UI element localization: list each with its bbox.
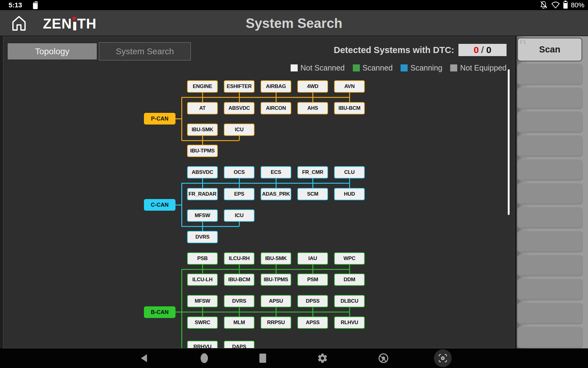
bus-line [239,136,240,140]
bus-line [312,312,313,316]
topology-node-ddm[interactable]: DDM [334,274,365,286]
topology-node-clu[interactable]: CLU [334,166,365,178]
sidebar-empty-button [517,111,583,133]
app-header: ZEN TH System Search [0,10,588,36]
topology-node-absvdc[interactable]: ABSVDC [224,102,254,114]
topology-node-apsu[interactable]: APSU [261,295,291,307]
bus-line [312,269,313,274]
topology-node-ibu-tpms[interactable]: IBU-TPMS [261,274,291,286]
bus-line [202,97,203,102]
topology-node-wpc[interactable]: WPC [334,252,365,265]
topology-node-rrpsu[interactable]: RRPSU [261,316,291,329]
bus-line [349,307,350,312]
bus-line [239,93,240,97]
topology-node-rrhvu[interactable]: RRHVU [187,341,218,348]
topology-node-absvdc[interactable]: ABSVDC [187,166,218,178]
topology-node-eshifter[interactable]: ESHIFTER [224,80,254,93]
topology-node-fr_cmr[interactable]: FR_CMR [297,166,328,178]
bus-line [239,269,240,274]
topology-node-swrc[interactable]: SWRC [187,316,218,329]
bus-line [202,222,203,231]
topology-node-avn[interactable]: AVN [334,80,365,93]
topology-node-ibu-tpms[interactable]: IBU-TPMS [187,145,218,157]
bus-line [202,307,203,312]
sidebar-empty-button [517,255,583,276]
topology-node-ilcu-lh[interactable]: ILCU-LH [187,274,218,286]
topology-node-engine[interactable]: ENGINE [187,80,218,93]
topology-node-icu[interactable]: ICU [224,209,254,222]
topology-node-airbag[interactable]: AIRBAG [261,80,291,93]
bus-line [276,178,277,183]
bus-line [181,97,182,140]
topology-node-hud[interactable]: HUD [334,188,365,200]
content-panel: TopologySystem Search Detected Systems w… [3,37,514,348]
topology-node-dvrs[interactable]: DVRS [187,231,218,243]
battery-icon [563,1,568,10]
vertical-scrollbar-thumb[interactable] [508,69,510,215]
bus-line [239,183,240,188]
topology-node-mfsw[interactable]: MFSW [187,209,218,222]
topology-node-ibu-bcm[interactable]: IBU-BCM [224,274,254,286]
topology-node-aircon[interactable]: AIRCON [261,102,291,114]
topology-node-apss[interactable]: APSS [297,316,328,329]
sidebar-empty-button [517,303,583,324]
bus-line [182,97,349,98]
topology-node-fr_radar[interactable]: FR_RADAR [187,188,218,200]
topology-node-ahs[interactable]: AHS [297,102,328,114]
topology-node-psm[interactable]: PSM [297,274,328,286]
bus-line [239,312,240,316]
clock-text: 5:13 [9,1,22,9]
wifi-icon [551,1,560,10]
bus-line [276,265,277,269]
back-button[interactable] [134,348,154,368]
bus-line [312,183,313,188]
topology-node-iau[interactable]: IAU [297,252,328,265]
home-nav-button[interactable] [194,348,214,368]
bus-line [312,307,313,312]
sidebar-empty-button [517,63,583,85]
scan-button[interactable]: F1 Scan [517,38,582,61]
topology-node-adas_prk[interactable]: ADAS_PRK [261,188,291,200]
topology-node-dpss[interactable]: DPSS [297,295,328,307]
settings-button[interactable] [313,348,332,368]
topology-node-eps[interactable]: EPS [224,188,254,200]
sidebar-empty-button [517,87,583,109]
screenshot-button[interactable] [433,348,453,368]
bus-line [202,136,203,145]
topology-node-4wd[interactable]: 4WD [297,80,328,93]
topology-node-dlbcu[interactable]: DLBCU [334,295,365,307]
chrome-icon [378,353,389,363]
function-sidebar: F1 Scan [517,36,588,348]
recents-button[interactable] [253,348,273,368]
can-bus-label-b-can: B-CAN [144,306,175,318]
topology-node-ibu-bcm[interactable]: IBU-BCM [334,102,365,114]
bus-line [239,265,240,269]
bus-line [349,269,350,274]
can-bus-label-p-can: P-CAN [144,113,175,125]
sidebar-empty-button [517,159,583,181]
gear-icon [317,353,328,364]
topology-node-ocs[interactable]: OCS [224,166,254,178]
bus-line [175,118,182,119]
topology-node-dvrs[interactable]: DVRS [224,295,254,307]
topology-node-rlhvu[interactable]: RLHVU [334,316,365,329]
topology-node-psb[interactable]: PSB [187,252,218,265]
topology-node-ilcu-rh[interactable]: ILCU-RH [224,252,254,265]
can-bus-label-c-can: C-CAN [144,199,175,211]
sidebar-empty-button [517,279,583,300]
browser-button[interactable] [374,348,393,368]
topology-node-ibu-smk[interactable]: IBU-SMK [261,252,291,265]
topology-node-scm[interactable]: SCM [297,188,328,200]
topology-node-icu[interactable]: ICU [224,124,254,136]
sidebar-empty-button [517,183,583,205]
bus-line [202,312,203,316]
bus-line [202,265,203,269]
topology-node-mlm[interactable]: MLM [224,316,254,329]
topology-node-ecs[interactable]: ECS [261,166,291,178]
topology-node-daps[interactable]: DAPS [224,341,254,348]
topology-node-at[interactable]: AT [187,102,218,114]
scan-button-label: Scan [518,38,582,61]
topology-node-mfsw[interactable]: MFSW [187,295,218,307]
bus-line [312,265,313,269]
topology-node-ibu-smk[interactable]: IBU-SMK [187,124,218,136]
